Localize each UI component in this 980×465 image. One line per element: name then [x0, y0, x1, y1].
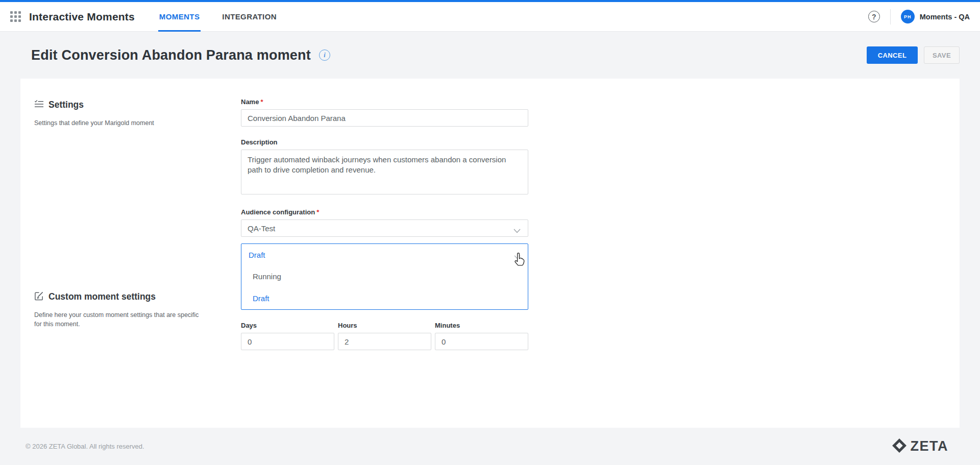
audience-label: Audience configuration*: [241, 208, 528, 216]
page-footer: © 2026 ZETA Global. All rights reserved.…: [0, 428, 980, 465]
info-icon[interactable]: i: [319, 50, 330, 61]
description-field-group: Description Trigger automated winback jo…: [241, 138, 528, 197]
avatar[interactable]: PH: [901, 10, 915, 23]
minutes-field-group: Minutes: [435, 322, 528, 350]
account-label: Moments - QA: [920, 13, 970, 21]
settings-section-subtitle: Settings that define your Marigold momen…: [34, 118, 218, 128]
required-asterisk: *: [316, 208, 319, 216]
name-input[interactable]: [241, 109, 528, 127]
topbar-right: ? PH Moments - QA: [868, 9, 970, 25]
status-option-running[interactable]: Running: [241, 265, 528, 287]
moment-form: Name* Description Trigger automated winb…: [241, 98, 528, 350]
settings-section-title: Settings: [48, 100, 84, 110]
days-label: Days: [241, 322, 334, 329]
page-title: Edit Conversion Abandon Parana moment: [31, 47, 311, 63]
settings-card: Settings Settings that define your Marig…: [20, 79, 960, 428]
hours-input[interactable]: [338, 333, 431, 350]
name-field-group: Name*: [241, 98, 528, 127]
tab-moments[interactable]: MOMENTS: [158, 2, 201, 32]
status-select[interactable]: Draft: [241, 244, 528, 265]
days-input[interactable]: [241, 333, 334, 350]
cancel-button[interactable]: CANCEL: [867, 46, 918, 64]
help-icon[interactable]: ?: [868, 11, 880, 22]
audience-field-group: Audience configuration* QA-Test: [241, 208, 528, 237]
custom-section-subtitle: Define here your custom moment settings …: [34, 310, 203, 329]
required-asterisk: *: [260, 98, 263, 106]
audience-select[interactable]: QA-Test: [241, 219, 528, 237]
custom-section-title: Custom moment settings: [48, 291, 156, 302]
zeta-wordmark: ZETA: [911, 438, 949, 454]
delay-fields-row: Days Hours Minutes: [241, 322, 528, 350]
checklist-icon: [34, 99, 44, 111]
top-navigation-bar: Interactive Moments MOMENTS INTEGRATION …: [0, 2, 980, 32]
edit-icon: [34, 291, 44, 303]
zeta-logo: ZETA: [892, 438, 949, 455]
name-label: Name*: [241, 98, 528, 106]
status-dropdown-open: Draft Running Draft: [241, 243, 528, 310]
description-label: Description: [241, 138, 528, 146]
copyright-text: © 2026 ZETA Global. All rights reserved.: [26, 443, 144, 450]
hours-label: Hours: [338, 322, 431, 329]
primary-nav: MOMENTS INTEGRATION: [158, 2, 298, 32]
tab-integration[interactable]: INTEGRATION: [221, 2, 278, 32]
save-button[interactable]: SAVE: [924, 46, 960, 64]
settings-section-intro: Settings Settings that define your Marig…: [34, 99, 218, 128]
minutes-input[interactable]: [435, 333, 528, 350]
days-field-group: Days: [241, 322, 334, 350]
status-option-draft[interactable]: Draft: [241, 287, 528, 309]
minutes-label: Minutes: [435, 322, 528, 329]
description-textarea[interactable]: Trigger automated winback journeys when …: [241, 150, 528, 194]
app-launcher-grid-icon[interactable]: [10, 11, 21, 22]
hours-field-group: Hours: [338, 322, 431, 350]
app-title: Interactive Moments: [29, 11, 135, 23]
topbar-divider: [890, 9, 891, 25]
chevron-down-icon: [513, 226, 521, 235]
chevron-down-icon: [514, 252, 521, 261]
audience-selected-value: QA-Test: [248, 224, 275, 233]
custom-section-intro: Custom moment settings Define here your …: [34, 291, 218, 329]
status-selected-value: Draft: [249, 251, 265, 259]
zeta-diamond-icon: [892, 438, 907, 455]
page-header: Edit Conversion Abandon Parana moment i …: [0, 32, 980, 79]
